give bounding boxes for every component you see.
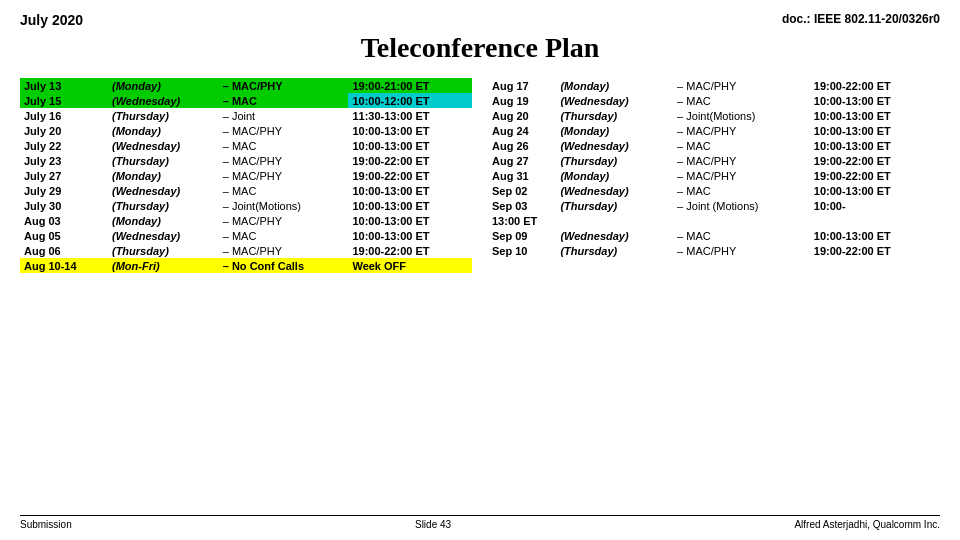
cell-type: – MAC/PHY [219, 153, 349, 168]
table-row: Sep 02(Wednesday)– MAC10:00-13:00 ET [488, 183, 940, 198]
right-column: Aug 17(Monday)– MAC/PHY19:00-22:00 ETAug… [488, 78, 940, 273]
cell-time: 10:00-13:00 ET [348, 228, 472, 243]
cell-type: – MAC [219, 138, 349, 153]
cell-type: – MAC/PHY [219, 78, 349, 93]
cell-time: 19:00-22:00 ET [810, 168, 940, 183]
cell-date: July 20 [20, 123, 108, 138]
cell-date: July 13 [20, 78, 108, 93]
cell-time: 19:00-22:00 ET [348, 168, 472, 183]
cell-type: – No Conf Calls [219, 258, 349, 273]
cell-type: – MAC/PHY [219, 213, 349, 228]
cell-time: 10:00-13:00 ET [810, 138, 940, 153]
cell-day: (Wednesday) [108, 138, 219, 153]
cell-time: 10:00- [810, 198, 940, 213]
table-row: July 27(Monday)– MAC/PHY19:00-22:00 ET [20, 168, 472, 183]
cell-type: – MAC/PHY [673, 243, 810, 258]
cell-time: 10:00-13:00 ET [348, 183, 472, 198]
cell-day: (Wednesday) [108, 93, 219, 108]
table-row: Sep 10(Thursday)– MAC/PHY19:00-22:00 ET [488, 243, 940, 258]
cell-date: July 29 [20, 183, 108, 198]
cell-time: 19:00-22:00 ET [810, 78, 940, 93]
cell-type: – MAC/PHY [219, 168, 349, 183]
table-row: Aug 19(Wednesday)– MAC10:00-13:00 ET [488, 93, 940, 108]
cell-day: (Thursday) [108, 108, 219, 123]
cell-time: 10:00-13:00 ET [810, 123, 940, 138]
cell-day: (Wednesday) [556, 93, 673, 108]
table-row: July 23(Thursday)– MAC/PHY19:00-22:00 ET [20, 153, 472, 168]
cell-type: – Joint [219, 108, 349, 123]
cell-day: (Monday) [556, 123, 673, 138]
cell-date: July 16 [20, 108, 108, 123]
cell-type: – Joint(Motions) [673, 108, 810, 123]
table-row: July 15(Wednesday)– MAC10:00-12:00 ET [20, 93, 472, 108]
cell-day: (Wednesday) [556, 183, 673, 198]
cell-date: Aug 20 [488, 108, 556, 123]
right-table: Aug 17(Monday)– MAC/PHY19:00-22:00 ETAug… [488, 78, 940, 258]
cell-day: (Thursday) [556, 198, 673, 213]
header-left: July 2020 [20, 12, 83, 28]
cell-time: 10:00-13:00 ET [348, 213, 472, 228]
cell-date: Aug 06 [20, 243, 108, 258]
cell-time: 10:00-13:00 ET [810, 93, 940, 108]
cell-date: Sep 10 [488, 243, 556, 258]
cell-time: 10:00-13:00 ET [348, 138, 472, 153]
cell-type: – MAC [219, 228, 349, 243]
cell-date: Sep 03 [488, 198, 556, 213]
cell-type: – Joint (Motions) [673, 198, 810, 213]
cell-type: – MAC/PHY [673, 78, 810, 93]
cell-day: (Thursday) [556, 153, 673, 168]
cell-time: 11:30-13:00 ET [348, 108, 472, 123]
cell-type: – MAC/PHY [219, 123, 349, 138]
cell-time: 19:00-22:00 ET [810, 153, 940, 168]
cell-time: 10:00-13:00 ET [348, 123, 472, 138]
cell-day: (Wednesday) [108, 228, 219, 243]
table-row: Aug 10-14(Mon-Fri)– No Conf CallsWeek OF… [20, 258, 472, 273]
cell-time: 10:00-13:00 ET [348, 198, 472, 213]
cell-date: Aug 19 [488, 93, 556, 108]
cell-time: 10:00-13:00 ET [810, 183, 940, 198]
cell-type: – MAC [673, 183, 810, 198]
table-row: July 22(Wednesday)– MAC10:00-13:00 ET [20, 138, 472, 153]
cell-day: (Wednesday) [556, 138, 673, 153]
cell-type: – Joint(Motions) [219, 198, 349, 213]
cell-date: Aug 05 [20, 228, 108, 243]
table-row: Aug 24(Monday)– MAC/PHY10:00-13:00 ET [488, 123, 940, 138]
cell-day: (Thursday) [556, 108, 673, 123]
table-row: July 30(Thursday)– Joint(Motions)10:00-1… [20, 198, 472, 213]
cell-time: 19:00-22:00 ET [348, 153, 472, 168]
cell-date: Aug 24 [488, 123, 556, 138]
table-row: Aug 27(Thursday)– MAC/PHY19:00-22:00 ET [488, 153, 940, 168]
table-row: Aug 17(Monday)– MAC/PHY19:00-22:00 ET [488, 78, 940, 93]
cell-day: (Wednesday) [108, 183, 219, 198]
table-row: July 16(Thursday)– Joint11:30-13:00 ET [20, 108, 472, 123]
cell-time: 10:00-13:00 ET [810, 108, 940, 123]
cell-type: – MAC/PHY [673, 168, 810, 183]
cell-day: (Thursday) [556, 243, 673, 258]
cell-date: Sep 02 [488, 183, 556, 198]
cell-date: July 15 [20, 93, 108, 108]
table-row: Aug 05(Wednesday)– MAC10:00-13:00 ET [20, 228, 472, 243]
table-row: July 13(Monday)– MAC/PHY19:00-21:00 ET [20, 78, 472, 93]
cell-type: – MAC [219, 93, 349, 108]
footer-center: Slide 43 [415, 519, 451, 530]
header: July 2020 doc.: IEEE 802.11-20/0326r0 [20, 12, 940, 28]
cell-day: (Monday) [108, 123, 219, 138]
cell-day: (Monday) [556, 168, 673, 183]
cell-date: Aug 27 [488, 153, 556, 168]
cell-type: – MAC [219, 183, 349, 198]
cell-day: (Monday) [108, 213, 219, 228]
cell-type: – MAC [673, 228, 810, 243]
cell-time: 19:00-22:00 ET [810, 243, 940, 258]
cell-date: Aug 17 [488, 78, 556, 93]
cell-day: (Monday) [556, 78, 673, 93]
table-row: 13:00 ET [488, 213, 940, 228]
cell-date: Aug 10-14 [20, 258, 108, 273]
footer-right: Alfred Asterjadhi, Qualcomm Inc. [794, 519, 940, 530]
cell-type: – MAC/PHY [673, 153, 810, 168]
table-row: July 20(Monday)– MAC/PHY10:00-13:00 ET [20, 123, 472, 138]
cell-day: (Monday) [108, 78, 219, 93]
cell-date: Aug 31 [488, 168, 556, 183]
header-right: doc.: IEEE 802.11-20/0326r0 [782, 12, 940, 26]
page-title: Teleconference Plan [20, 32, 940, 64]
table-row: Aug 06(Thursday)– MAC/PHY19:00-22:00 ET [20, 243, 472, 258]
